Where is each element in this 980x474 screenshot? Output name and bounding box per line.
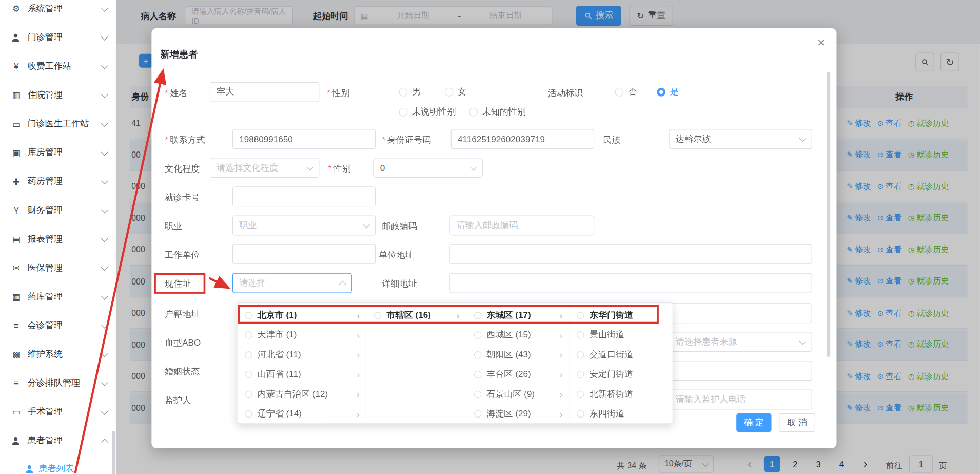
chevron-down-icon <box>799 337 807 345</box>
current-address-select[interactable]: 请选择 <box>232 273 352 293</box>
monitor-icon: ▭ <box>11 407 22 418</box>
option-label: 东华门街道 <box>590 310 633 321</box>
sidebar-item-patient-mgmt[interactable]: 患者管理 <box>0 426 116 455</box>
patient-source-select[interactable]: 请选择患者来源 <box>669 332 812 352</box>
chevron-down-icon <box>101 408 108 415</box>
education-select[interactable]: 请选择文化程度 <box>210 158 320 178</box>
cascader-city-column: 市辖区 (16)› <box>366 303 466 423</box>
sidebar-item-maintenance[interactable]: ▩ 维护系统 <box>0 340 116 369</box>
chevron-down-icon <box>101 4 108 11</box>
ethnicity-value: 达斡尔族 <box>676 134 711 145</box>
cross-icon: ✚ <box>11 177 22 187</box>
cascader-option-andingmen[interactable]: 安定门街道 <box>570 365 673 384</box>
option-label: 东城区 (17) <box>486 310 531 321</box>
ethnicity-label: 民族 <box>603 135 620 146</box>
sidebar-item-surgery[interactable]: ▭ 手术管理 <box>0 397 116 426</box>
cascader-option-haidian[interactable]: 海淀区 (29)› <box>466 404 569 423</box>
gender2-select[interactable]: 0 <box>373 158 483 178</box>
sidebar-item-pharmacy[interactable]: ✚ 药房管理 <box>0 167 116 196</box>
person-icon <box>11 33 22 42</box>
cascader-option-beixinqiao[interactable]: 北新桥街道 <box>570 385 673 404</box>
option-label: 朝阳区 (43) <box>486 349 531 361</box>
cascader-option-fengtai[interactable]: 丰台区 (26)› <box>466 365 569 384</box>
cascader-option-beijing[interactable]: 北京市 (1)› <box>238 306 366 325</box>
unit-address-label: 单位地址 <box>379 250 414 261</box>
option-label: 内蒙古自治区 (12) <box>258 389 328 400</box>
sidebar-item-inpatient[interactable]: ▥ 住院管理 <box>0 81 116 109</box>
cascader-option-jingshan[interactable]: 景山街道 <box>570 325 673 345</box>
active-flag-radio-yes[interactable]: 是 <box>657 86 679 98</box>
sidebar-item-charging[interactable]: ¥ 收费工作站 <box>0 52 116 81</box>
radio-icon <box>615 88 623 97</box>
detail-address-input[interactable] <box>449 273 812 293</box>
required-star: * <box>165 135 168 145</box>
cascader-option-jiaodaokou[interactable]: 交道口街道 <box>570 345 673 365</box>
chevron-down-icon <box>101 120 108 127</box>
active-flag-radio-no[interactable]: 否 <box>615 86 637 98</box>
id-number-input[interactable]: 411625192602039719 <box>451 129 594 149</box>
active-flag-label: 活动标识 <box>548 88 583 99</box>
chevron-right-icon: › <box>559 350 562 361</box>
required-star: * <box>165 88 168 98</box>
visit-card-input[interactable] <box>232 186 376 206</box>
blood-type-label: 血型ABO <box>165 337 201 349</box>
gender-radio-unknown[interactable]: 未知的性别 <box>469 106 526 118</box>
chevron-down-icon <box>101 91 108 98</box>
cascader-option-liaoning[interactable]: 辽宁省 (14)› <box>238 404 366 423</box>
cascader-option-shixiaqu[interactable]: 市辖区 (16)› <box>366 306 465 325</box>
cascader-option-donghuamen[interactable]: 东华门街道 <box>570 306 673 325</box>
cascader-option-tianjin[interactable]: 天津市 (1)› <box>238 325 366 345</box>
cascader-option-dongcheng[interactable]: 东城区 (17)› <box>466 306 569 325</box>
radio-icon <box>577 410 585 418</box>
cascader-option-chaoyang[interactable]: 朝阳区 (43)› <box>466 345 569 365</box>
sidebar-item-report[interactable]: ▤ 报表管理 <box>0 225 116 254</box>
confirm-button[interactable]: 确 定 <box>736 413 771 432</box>
patient-source-placeholder: 请选择患者来源 <box>676 336 737 348</box>
guardian-phone-input[interactable]: 请输入监护人电话 <box>669 389 812 409</box>
sidebar-item-label: 药库管理 <box>28 291 63 302</box>
sidebar-item-label: 库房管理 <box>28 147 63 159</box>
ethnicity-select[interactable]: 达斡尔族 <box>669 129 812 149</box>
marital-input[interactable] <box>669 361 812 381</box>
option-label: 山西省 (11) <box>258 369 301 380</box>
sidebar-item-insurance[interactable]: ✉ 医保管理 <box>0 254 116 282</box>
gender-radio-male[interactable]: 男 <box>399 86 421 98</box>
gender-radio-unstated[interactable]: 未说明性别 <box>399 106 456 118</box>
sidebar-item-consultation[interactable]: ≡ 会诊管理 <box>0 311 116 340</box>
sidebar-item-doctor-station[interactable]: ▭ 门诊医生工作站 <box>0 109 116 138</box>
cascader-option-shanxi[interactable]: 山西省 (11)› <box>238 365 366 384</box>
option-label: 河北省 (11) <box>258 349 301 361</box>
sidebar-item-finance[interactable]: ¥ 财务管理 <box>0 196 116 225</box>
visit-card-label: 就诊卡号 <box>165 192 200 203</box>
work-unit-input[interactable] <box>232 244 376 264</box>
sidebar-item-drugstore[interactable]: ▦ 药库管理 <box>0 282 116 311</box>
gender-radio-female[interactable]: 女 <box>444 86 466 98</box>
close-icon[interactable]: ✕ <box>817 37 825 49</box>
name-input[interactable]: 牢大 <box>210 82 320 102</box>
sidebar-item-warehouse[interactable]: ▣ 库房管理 <box>0 138 116 167</box>
sidebar-item-system[interactable]: ⚙ 系统管理 <box>0 0 116 23</box>
cancel-button[interactable]: 取 消 <box>779 413 815 432</box>
postal-placeholder: 请输入邮政编码 <box>457 220 518 231</box>
cascader-option-hebei[interactable]: 河北省 (11)› <box>238 345 366 365</box>
sidebar-scrollbar[interactable] <box>112 431 115 474</box>
sidebar-item-outpatient[interactable]: 门诊管理 <box>0 23 116 52</box>
sidebar-item-triage-queue[interactable]: ≡ 分诊排队管理 <box>0 369 116 397</box>
postal-input[interactable]: 请输入邮政编码 <box>449 215 594 235</box>
modal-scrollbar[interactable] <box>827 72 830 357</box>
occupation-select[interactable]: 职业 <box>232 215 376 235</box>
postal-label: 邮政编码 <box>382 221 417 232</box>
cascader-option-shijingshan[interactable]: 石景山区 (9)› <box>466 385 569 404</box>
add-patient-modal: 新增患者 ✕ *姓名 牢大 *性别 男 女 活动标识 否 是 未说明性别 未知的… <box>151 28 836 448</box>
monitor-icon: ▭ <box>11 119 22 129</box>
radio-label: 未说明性别 <box>412 106 456 118</box>
cascader-district-column: 东城区 (17)› 西城区 (15)› 朝阳区 (43)› 丰台区 (26)› … <box>466 303 570 423</box>
cascader-option-xicheng[interactable]: 西城区 (15)› <box>466 325 569 345</box>
chevron-down-icon <box>101 378 108 386</box>
cascader-option-neimenggu[interactable]: 内蒙古自治区 (12)› <box>238 385 366 404</box>
contact-input[interactable]: 19880991650 <box>232 129 376 149</box>
unit-address-input[interactable] <box>449 244 812 264</box>
sidebar-subitem-patient-list[interactable]: 患者列表 <box>0 455 116 474</box>
grid-icon: ▦ <box>11 292 22 302</box>
cascader-option-dongsi[interactable]: 东四街道 <box>570 404 673 423</box>
